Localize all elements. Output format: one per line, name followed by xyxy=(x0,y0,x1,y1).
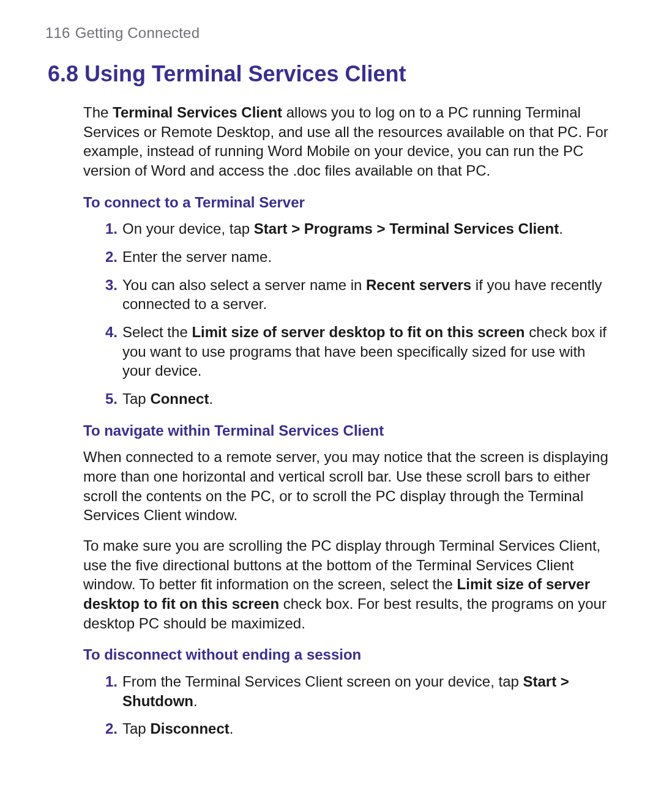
subhead-connect: To connect to a Terminal Server xyxy=(83,193,617,212)
steps-disconnect: 1 From the Terminal Services Client scre… xyxy=(83,672,617,739)
step-text-a: You can also select a server name in xyxy=(122,277,366,293)
step-text-a: Tap xyxy=(122,720,150,737)
step-marker: 1 xyxy=(99,672,118,691)
step-item: 1 From the Terminal Services Client scre… xyxy=(104,672,617,710)
step-marker: 2 xyxy=(99,719,118,739)
step-bold: Limit size of server desktop to fit on t… xyxy=(192,324,525,340)
step-marker: 1 xyxy=(99,219,118,239)
step-item: 1 On your device, tap Start > Programs >… xyxy=(104,219,617,239)
navigate-p2: To make sure you are scrolling the PC di… xyxy=(83,536,617,633)
step-text-a: Tap xyxy=(122,390,150,407)
step-bold: Recent servers xyxy=(366,277,471,293)
section-title: 6.8 Using Terminal Services Client xyxy=(48,61,617,87)
step-text-c: . xyxy=(230,720,234,737)
step-item: 2 Tap Disconnect. xyxy=(104,719,617,739)
step-text-a: On your device, tap xyxy=(122,220,254,237)
step-text-a: From the Terminal Services Client screen… xyxy=(122,673,523,690)
intro-paragraph: The Terminal Services Client allows you … xyxy=(83,103,617,181)
body: The Terminal Services Client allows you … xyxy=(83,103,617,739)
step-bold: Disconnect xyxy=(150,720,229,737)
chapter-title: Getting Connected xyxy=(75,24,200,41)
page-header: 116Getting Connected xyxy=(45,24,617,42)
step-marker: 2 xyxy=(99,247,118,267)
document-page: 116Getting Connected 6.8 Using Terminal … xyxy=(0,0,661,812)
steps-connect: 1 On your device, tap Start > Programs >… xyxy=(83,219,617,408)
subhead-disconnect: To disconnect without ending a session xyxy=(83,645,617,665)
step-marker: 4 xyxy=(99,322,118,342)
subhead-navigate: To navigate within Terminal Services Cli… xyxy=(83,421,617,441)
step-item: 4 Select the Limit size of server deskto… xyxy=(104,322,617,381)
step-text-c: . xyxy=(559,220,563,237)
intro-bold: Terminal Services Client xyxy=(113,104,282,121)
step-text-a: Enter the server name. xyxy=(122,248,272,265)
step-text-a: Select the xyxy=(122,324,192,340)
step-marker: 5 xyxy=(99,389,118,409)
step-item: 5 Tap Connect. xyxy=(104,389,617,409)
step-bold: Start > Programs > Terminal Services Cli… xyxy=(254,220,559,237)
page-number: 116 xyxy=(45,24,70,41)
navigate-p1: When connected to a remote server, you m… xyxy=(83,447,617,525)
step-text-c: . xyxy=(193,693,198,709)
intro-text-a: The xyxy=(83,104,113,121)
step-item: 2 Enter the server name. xyxy=(104,247,617,267)
step-item: 3 You can also select a server name in R… xyxy=(104,275,617,314)
step-marker: 3 xyxy=(99,275,118,295)
step-text-c: . xyxy=(209,390,213,407)
step-bold: Connect xyxy=(150,390,209,407)
